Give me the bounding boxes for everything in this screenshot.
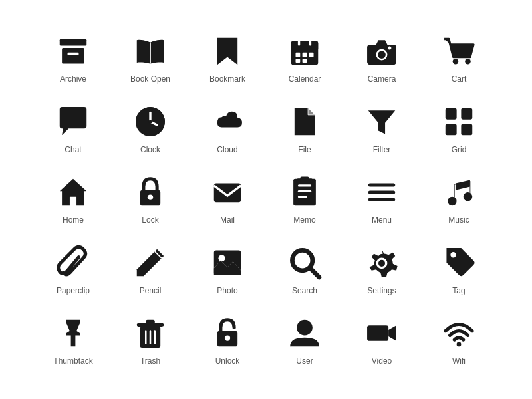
svg-rect-52: [146, 320, 155, 325]
svg-rect-28: [461, 124, 472, 135]
mail-cell: Mail: [189, 168, 266, 231]
mail-icon: [209, 174, 245, 210]
svg-rect-13: [303, 59, 307, 63]
book-open-icon: [132, 33, 168, 69]
svg-rect-35: [298, 196, 307, 198]
paperclip-icon: [55, 245, 91, 281]
svg-rect-27: [446, 124, 457, 135]
wifi-icon: [441, 315, 477, 351]
book-open-cell: Book Open: [112, 27, 189, 90]
svg-rect-33: [298, 184, 311, 186]
svg-rect-1: [62, 48, 84, 64]
bookmark-label: Bookmark: [209, 74, 245, 84]
icon-grid: Archive Book Open Bookmark Calendar: [8, 7, 524, 392]
svg-rect-59: [367, 325, 388, 341]
trash-icon: [132, 315, 168, 351]
memo-cell: Memo: [266, 168, 343, 231]
svg-line-46: [310, 268, 319, 277]
svg-rect-31: [214, 184, 241, 203]
filter-icon: [364, 104, 400, 140]
grid-cell: Grid: [420, 97, 497, 161]
chat-cell: Chat: [35, 97, 112, 161]
settings-cell: Settings: [343, 238, 420, 302]
mail-label: Mail: [220, 215, 235, 225]
menu-label: Menu: [372, 215, 392, 225]
wifi-cell: Wifi: [420, 309, 497, 372]
svg-point-60: [457, 342, 462, 347]
user-icon: [287, 315, 323, 351]
lock-cell: Lock: [112, 168, 189, 231]
home-cell: Home: [35, 168, 112, 231]
thumbtack-cell: Thumbtack: [35, 309, 112, 372]
thumbtack-icon: [55, 315, 91, 351]
video-label: Video: [372, 356, 392, 366]
calendar-icon: [287, 33, 323, 69]
svg-rect-39: [368, 190, 396, 194]
trash-cell: Trash: [112, 309, 189, 372]
calendar-cell: Calendar: [266, 27, 343, 90]
archive-icon: [55, 33, 91, 69]
cart-label: Cart: [452, 74, 467, 84]
video-cell: Video: [343, 309, 420, 372]
photo-label: Photo: [217, 286, 237, 295]
user-cell: User: [266, 309, 343, 372]
camera-label: Camera: [368, 74, 396, 84]
chat-label: Chat: [65, 145, 81, 154]
archive-label: Archive: [60, 74, 86, 84]
svg-marker-18: [451, 45, 473, 57]
music-label: Music: [448, 215, 469, 225]
menu-icon: [364, 174, 400, 210]
svg-rect-6: [291, 41, 319, 51]
unlock-cell: Unlock: [189, 309, 266, 372]
lock-label: Lock: [142, 215, 158, 225]
svg-point-42: [464, 192, 473, 201]
cloud-cell: Cloud: [189, 97, 266, 161]
svg-point-48: [378, 260, 385, 267]
svg-point-16: [378, 51, 386, 59]
tag-icon: [441, 245, 477, 281]
bookmark-icon: [209, 33, 245, 69]
clock-icon: [132, 104, 168, 140]
camera-cell: Camera: [343, 27, 420, 90]
file-label: File: [298, 145, 311, 154]
photo-icon: [209, 245, 245, 281]
calendar-label: Calendar: [289, 74, 321, 84]
unlock-icon: [209, 315, 245, 351]
clock-cell: Clock: [112, 97, 189, 161]
chat-icon: [55, 104, 91, 140]
pencil-icon: [132, 245, 168, 281]
wifi-label: Wifi: [452, 356, 466, 366]
camera-icon: [364, 33, 400, 69]
svg-point-57: [225, 335, 230, 340]
lock-icon: [132, 174, 168, 210]
pencil-label: Pencil: [140, 286, 162, 295]
settings-label: Settings: [367, 286, 396, 295]
svg-point-58: [297, 320, 313, 336]
svg-rect-38: [368, 184, 396, 187]
pencil-cell: Pencil: [112, 238, 189, 302]
svg-point-17: [388, 46, 391, 49]
music-icon: [441, 174, 477, 210]
svg-rect-11: [309, 53, 314, 57]
svg-rect-2: [68, 53, 79, 55]
grid-label: Grid: [452, 145, 467, 154]
menu-cell: Menu: [343, 168, 420, 231]
book-open-label: Book Open: [130, 74, 170, 84]
bookmark-cell: Bookmark: [189, 27, 266, 90]
cloud-icon: [209, 104, 245, 140]
svg-rect-26: [461, 108, 472, 120]
cart-cell: Cart: [420, 27, 497, 90]
settings-icon: [364, 245, 400, 281]
search-icon: [287, 245, 323, 281]
svg-point-30: [148, 194, 153, 200]
svg-rect-10: [303, 53, 307, 57]
svg-point-41: [448, 197, 457, 206]
svg-point-24: [148, 120, 152, 123]
svg-point-44: [219, 255, 225, 261]
svg-rect-25: [446, 108, 457, 120]
user-label: User: [296, 356, 313, 366]
music-cell: Music: [420, 168, 497, 231]
cloud-label: Cloud: [217, 145, 237, 154]
archive-cell: Archive: [35, 27, 112, 90]
svg-rect-9: [296, 53, 301, 57]
